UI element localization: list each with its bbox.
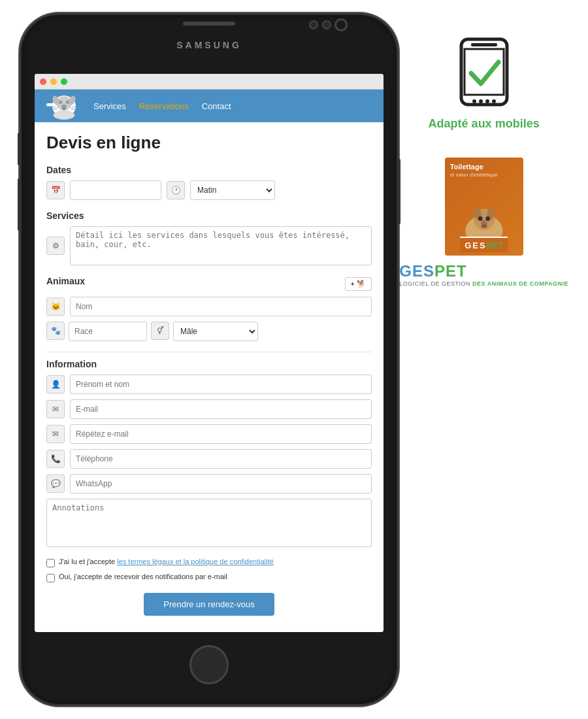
svg-point-28 [481,224,487,228]
animaux-section: Animaux + 🐕 🐱 🐾 ⚥ Mâle [46,276,372,341]
gender-select[interactable]: Mâle Femelle [173,322,258,341]
nav-services[interactable]: Services [93,99,126,114]
gender-icon: ⚥ [151,322,169,340]
nav-reservations[interactable]: Réservations [139,99,189,114]
services-icon: ⚙ [46,237,65,255]
right-panel: Adapté aux mobiles Toilettage et salon d… [399,33,568,287]
divider [46,352,372,352]
svg-rect-16 [471,43,497,46]
time-select[interactable]: Matin Après-midi Soir [190,180,275,200]
email-icon: ✉ [46,400,65,418]
dates-section: Dates 📅 🕐 Matin Après-midi Soir [46,165,372,200]
nav-contact[interactable]: Contact [202,99,231,114]
animal-icon: 🐱 [46,297,65,316]
prenom-input[interactable] [70,375,372,394]
svg-point-20 [492,99,496,103]
svg-point-25 [478,216,482,221]
add-animal-label: + 🐕 [351,280,366,288]
window-close-dot[interactable] [40,78,46,85]
annotations-textarea[interactable] [47,499,371,544]
checkbox1-row: J'ai lu et j'accepte les termes légaux e… [46,558,372,567]
clock-icon: 🕐 [167,181,185,199]
phone-camera-left [309,20,318,29]
repeat-email-input[interactable] [70,424,372,444]
checkbox2-row: Oui, j'accepte de recevoir des notificat… [46,573,372,582]
nav-links: Services Réservations Contact [93,99,231,114]
svg-point-3 [59,100,62,103]
repeat-email-icon: ✉ [46,425,65,443]
email-row: ✉ [46,399,372,419]
logo-area [41,90,87,122]
services-section: Services ⚙ [46,210,372,265]
svg-point-26 [485,216,490,221]
services-label: Services [46,210,372,221]
checkbox2[interactable] [46,574,55,582]
animaux-label: Animaux [46,276,85,286]
gespet-box-label: GESPET [459,237,508,252]
checkbox1[interactable] [46,559,55,567]
submit-button[interactable]: Prendre un rendez-vous [144,593,274,616]
services-textarea[interactable] [70,226,372,265]
dates-row: 📅 🕐 Matin Après-midi Soir [46,180,372,200]
gespet-box-brand2: PET [487,241,503,250]
person-icon: 👤 [46,375,65,393]
svg-point-17 [472,99,476,103]
svg-point-4 [66,100,69,103]
svg-point-8 [62,108,65,110]
gespet-box-brand: GES [465,241,486,250]
home-button[interactable] [189,645,229,684]
whatsapp-input[interactable] [70,474,372,493]
phone-icon: 📞 [46,450,65,468]
services-row: ⚙ [46,226,372,265]
svg-point-13 [54,110,74,119]
phone-camera-right [322,20,331,29]
brand-label: SAMSUNG [176,40,242,50]
gespet-area: Toilettage et salon d'esthétique GES [399,158,568,287]
calendar-icon: 📅 [46,181,65,199]
phone-screen: Services Réservations Contact Devis en l… [35,74,384,632]
web-app[interactable]: Services Réservations Contact Devis en l… [35,74,384,632]
window-minimize-dot[interactable] [50,78,57,85]
prenom-row: 👤 [46,375,372,394]
telephone-input[interactable] [70,449,372,469]
gespet-tagline-prefix: LOGICIEL DE GESTION [399,280,472,287]
nom-row: 🐱 [46,297,372,316]
whatsapp-icon: 💬 [46,475,65,493]
form-content: Devis en ligne Dates 📅 🕐 Matin Après-mid… [35,122,384,632]
email-input[interactable] [70,399,372,419]
gespet-logo-ges: GES [399,262,434,280]
paw-icon: 🐾 [46,322,65,340]
svg-point-18 [479,99,483,103]
phone-shell: ............ SAMSUNG [20,13,399,706]
gespet-logo-pet: PET [434,262,467,280]
repeat-email-row: ✉ [46,424,372,444]
nom-input[interactable] [70,297,372,316]
date-input[interactable] [70,180,161,200]
side-button-vol-up [18,133,21,165]
phone-speaker: ............ [183,22,235,25]
window-maximize-dot[interactable] [61,78,67,85]
information-section: Information 👤 ✉ ✉ 📞 [46,359,372,547]
gespet-product-box: Toilettage et salon d'esthétique GES [445,158,523,256]
race-input[interactable] [69,322,147,341]
checkbox1-text: J'ai lu et j'accepte les termes légaux e… [59,558,274,565]
gespet-box-subtitle: et salon d'esthétique [450,172,518,178]
gespet-logo-area: GESPET LOGICIEL DE GESTION DES ANIMAUX D… [399,262,568,287]
terms-link[interactable]: les termes légaux et la politique de con… [117,558,274,565]
logo-icon [44,92,84,121]
window-chrome [35,74,384,90]
phone-camera-main [335,18,348,31]
side-button-vol-down [18,178,21,231]
gespet-tagline-highlight: DES ANIMAUX DE COMPAGNIE [472,280,568,287]
svg-point-19 [485,99,489,103]
dates-label: Dates [46,165,372,175]
mobile-icon-area: Adapté aux mobiles [399,33,568,131]
nav-bar: Services Réservations Contact [35,90,384,122]
animaux-header: Animaux + 🐕 [46,276,372,292]
mobile-label: Adapté aux mobiles [429,116,540,131]
mobile-icon [451,33,517,111]
gespet-box-title: Toilettage [450,163,518,171]
add-animal-button[interactable]: + 🐕 [345,277,372,291]
race-gender-row: 🐾 ⚥ Mâle Femelle [46,322,372,341]
whatsapp-row: 💬 [46,474,372,493]
